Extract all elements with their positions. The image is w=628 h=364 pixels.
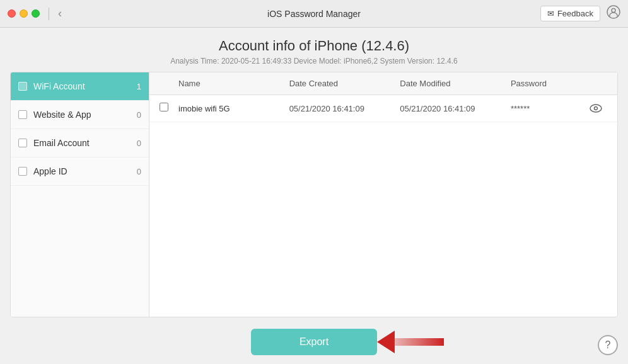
export-button[interactable]: Export [251,329,377,355]
svg-point-3 [595,107,598,110]
table-row: imobie wifi 5G 05/21/2020 16:41:09 05/21… [149,95,617,122]
row-password: ****** [511,104,584,113]
row-checkbox-container [160,103,178,114]
col-check-header [160,79,178,88]
website-app-count: 0 [131,110,141,120]
table-body: imobie wifi 5G 05/21/2020 16:41:09 05/21… [149,95,617,317]
help-button[interactable]: ? [598,335,618,355]
sidebar-item-website-app[interactable]: Website & App 0 [11,101,149,129]
app-title: iOS Password Manager [267,9,361,19]
row-date-created: 05/21/2020 16:41:09 [289,104,400,113]
arrow-container [377,331,444,353]
main-content: Account info of iPhone (12.4.6) Analysis… [0,28,628,364]
minimize-button[interactable] [20,9,28,18]
title-bar-left: ‹ [8,7,62,20]
user-icon [607,5,620,19]
arrow-head [377,331,395,353]
email-account-count: 0 [131,139,141,148]
sidebar-item-email-account[interactable]: Email Account 0 [11,129,149,157]
wifi-account-label: WiFi Account [33,81,131,91]
content-area: WiFi Account 1 Website & App 0 Email Acc… [10,72,618,317]
page-header: Account info of iPhone (12.4.6) Analysis… [0,28,628,72]
apple-id-label: Apple ID [33,166,131,176]
email-account-label: Email Account [33,138,131,148]
apple-id-count: 0 [131,167,141,176]
maximize-button[interactable] [32,9,40,18]
divider [49,8,49,20]
svg-point-2 [590,105,602,112]
sidebar-item-apple-id[interactable]: Apple ID 0 [11,157,149,186]
col-date-modified-header: Date Modified [400,79,511,88]
arrow-body [393,338,444,346]
table-header: Name Date Created Date Modified Password [149,72,617,95]
show-password-button[interactable] [590,104,602,113]
feedback-button[interactable]: ✉ Feedback [540,6,600,21]
row-action [584,104,607,113]
page-subtitle: Analysis Time: 2020-05-21 16:49:33 Devic… [0,57,628,65]
sidebar-item-wifi-account[interactable]: WiFi Account 1 [11,72,149,101]
row-date-modified: 05/21/2020 16:41:09 [400,104,511,113]
title-bar: ‹ iOS Password Manager ✉ Feedback [0,0,628,28]
footer: Export ? [0,322,628,364]
wifi-account-checkbox[interactable] [18,82,27,91]
close-button[interactable] [8,9,16,18]
email-account-checkbox[interactable] [18,139,27,147]
col-date-created-header: Date Created [289,79,400,88]
sidebar: WiFi Account 1 Website & App 0 Email Acc… [11,72,149,317]
website-app-label: Website & App [33,110,131,120]
table-area: Name Date Created Date Modified Password… [149,72,617,317]
col-name-header: Name [178,79,289,88]
website-app-checkbox[interactable] [18,110,27,119]
mail-icon: ✉ [547,9,554,18]
traffic-lights [8,9,40,18]
back-button[interactable]: ‹ [58,7,62,20]
col-action-header [584,79,607,88]
col-password-header: Password [511,79,584,88]
wifi-account-count: 1 [131,82,141,91]
row-checkbox[interactable] [160,103,168,111]
back-icon: ‹ [58,7,62,20]
title-bar-right: ✉ Feedback [540,5,620,22]
row-name: imobie wifi 5G [178,104,289,113]
feedback-label: Feedback [557,9,593,18]
user-profile-button[interactable] [607,5,620,22]
apple-id-checkbox[interactable] [18,167,27,176]
page-title: Account info of iPhone (12.4.6) [0,38,628,54]
svg-point-1 [612,9,615,13]
eye-icon [590,104,602,113]
